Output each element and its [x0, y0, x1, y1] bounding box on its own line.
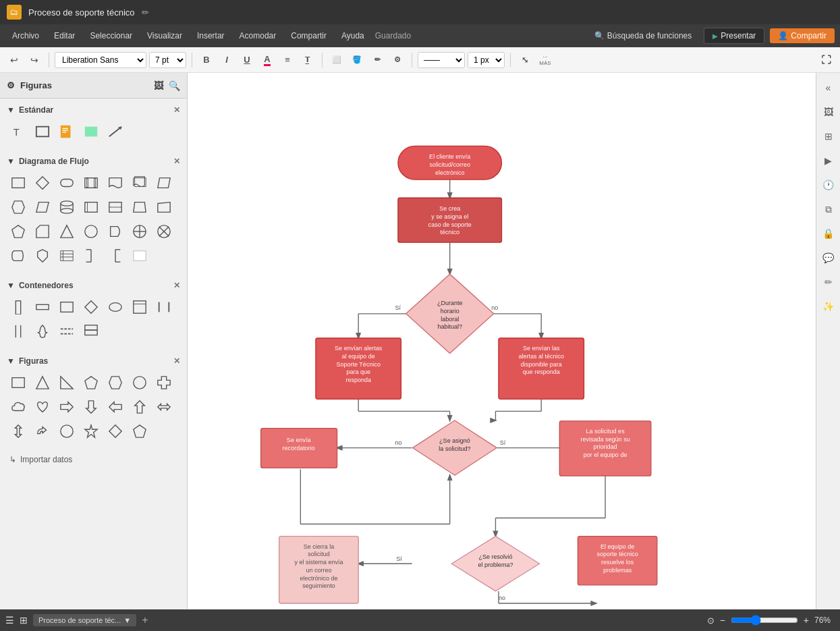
stroke-style-selector[interactable]: —— - - - · · · [418, 52, 465, 68]
rect-shape[interactable] [31, 120, 54, 143]
font-size-selector[interactable]: 7 pt 8 pt 10 pt 12 pt [149, 52, 186, 68]
zoom-slider[interactable] [731, 615, 798, 626]
font-color-button[interactable]: A [258, 51, 276, 69]
fd-rect-cut[interactable] [31, 220, 54, 243]
italic-button[interactable]: I [218, 51, 235, 69]
fill-color-button[interactable]: 🪣 [348, 51, 366, 69]
right-collapse-icon[interactable]: « [819, 78, 838, 97]
fig-hexagon[interactable] [104, 371, 127, 394]
ct-column[interactable] [7, 296, 30, 319]
ct-swimlane[interactable] [128, 296, 151, 319]
right-edit-icon[interactable]: ✏ [819, 273, 838, 292]
fd-manual[interactable] [152, 196, 175, 219]
edit-title-icon[interactable]: ✏ [142, 7, 149, 18]
flowdiagram-close-icon[interactable]: ✕ [173, 157, 180, 166]
fd-io[interactable] [152, 171, 175, 194]
fd-document[interactable] [104, 171, 127, 194]
fig-dbl-arrow-h[interactable] [152, 395, 175, 418]
canvas-area[interactable]: Sí no no Sí Sí no El cliente envía solic… [188, 73, 816, 609]
menu-ayuda[interactable]: Ayuda [335, 28, 371, 43]
format-button[interactable]: ⚙ [389, 51, 406, 69]
standard-section-header[interactable]: ▼ Estándar ✕ [0, 103, 187, 117]
fig-heart[interactable] [31, 395, 54, 418]
right-table-icon[interactable]: ⊞ [819, 127, 838, 146]
standard-close-icon[interactable]: ✕ [173, 105, 180, 115]
search-functions-button[interactable]: 🔍 Búsqueda de funciones [588, 28, 698, 43]
present-button[interactable]: ▶ Presentar [704, 28, 764, 44]
flowdiagram-section-header[interactable]: ▼ Diagrama de Flujo ✕ [0, 154, 187, 169]
fig-dbl-arrow-v[interactable] [7, 420, 30, 443]
menu-acomodar[interactable]: Acomodar [233, 28, 283, 43]
ct-rect[interactable] [55, 296, 78, 319]
view-list-icon[interactable]: ☰ [5, 615, 14, 626]
right-image-icon[interactable]: 🖼 [819, 103, 838, 121]
right-video-icon[interactable]: ▶ [819, 151, 838, 170]
fig-pentagon2[interactable] [128, 420, 151, 443]
menu-seleccionar[interactable]: Seleccionar [83, 28, 139, 43]
zoom-in-button[interactable]: + [804, 615, 809, 626]
fd-process2[interactable] [80, 171, 103, 194]
stroke-color-button[interactable]: ✏ [368, 51, 386, 69]
fd-internal[interactable] [80, 196, 103, 219]
text-shape[interactable]: T [7, 120, 30, 143]
fig-arrow-bend[interactable] [31, 420, 54, 443]
colored-rect-shape[interactable] [80, 120, 103, 143]
menu-archivo[interactable]: Archivo [5, 28, 46, 43]
more-button[interactable]: ··· MÁS [536, 51, 554, 69]
redo-button[interactable]: ↪ [26, 51, 43, 69]
fd-shield[interactable] [31, 244, 54, 267]
font-family-selector[interactable]: Liberation Sans Arial Times New Roman [55, 52, 146, 68]
fd-parallelogram[interactable] [31, 196, 54, 219]
fig-cross[interactable] [152, 371, 175, 394]
fig-triangle[interactable] [31, 371, 54, 394]
undo-button[interactable]: ↩ [5, 51, 23, 69]
fd-cross[interactable] [128, 220, 151, 243]
fd-circle[interactable] [80, 220, 103, 243]
fd-triangle[interactable] [55, 220, 78, 243]
ct-row[interactable] [31, 296, 54, 319]
text-format-button[interactable]: T̲ [299, 51, 316, 69]
fig-right-triangle[interactable] [55, 371, 78, 394]
fd-decision[interactable] [31, 171, 54, 194]
right-lock-icon[interactable]: 🔒 [819, 224, 838, 243]
figuras-section-header[interactable]: ▼ Figuras ✕ [0, 354, 187, 368]
containers-close-icon[interactable]: ✕ [173, 281, 180, 290]
fig-arrow-right[interactable] [55, 395, 78, 418]
zoom-out-button[interactable]: − [720, 615, 725, 626]
tab-dropdown-icon[interactable]: ▼ [123, 616, 131, 624]
import-data-button[interactable]: ↳ Importar datos [0, 449, 187, 470]
containers-section-header[interactable]: ▼ Contenedores ✕ [0, 278, 187, 293]
underline-button[interactable]: U [238, 51, 256, 69]
search-panel-icon[interactable]: 🔍 [169, 80, 180, 91]
fd-pentagon[interactable] [7, 220, 30, 243]
connection-button[interactable]: ⤡ [516, 51, 534, 69]
fd-delay[interactable] [104, 220, 127, 243]
fig-arrow-left[interactable] [104, 395, 127, 418]
fig-cloud[interactable] [7, 395, 30, 418]
menu-insertar[interactable]: Insertar [190, 28, 231, 43]
fd-trapezoid[interactable] [128, 196, 151, 219]
right-magic-icon[interactable]: ✨ [819, 297, 838, 316]
fig-circle2[interactable] [55, 420, 78, 443]
menu-visualizar[interactable]: Visualizar [140, 28, 189, 43]
ct-bracket2[interactable] [7, 320, 30, 343]
fd-multidoc[interactable] [128, 171, 151, 194]
fig-arrow-down[interactable] [80, 395, 103, 418]
fd-list[interactable] [55, 244, 78, 267]
ct-double-dash[interactable] [55, 320, 78, 343]
fit-page-icon[interactable]: ⊙ [707, 615, 715, 626]
fig-circle[interactable] [128, 371, 151, 394]
fd-display[interactable] [7, 244, 30, 267]
fd-hexagon[interactable] [7, 196, 30, 219]
fd-process[interactable] [7, 171, 30, 194]
right-layers-icon[interactable]: ⧉ [819, 200, 838, 219]
fd-annotate[interactable] [80, 244, 103, 267]
fig-arrow-up2[interactable] [128, 395, 151, 418]
document-title[interactable]: Proceso de soporte técnico [28, 7, 135, 18]
arrow-shape[interactable] [104, 120, 127, 143]
fullscreen-button[interactable]: ⛶ [817, 51, 835, 69]
shape-fill-button[interactable]: ⬜ [328, 51, 345, 69]
fig-rect[interactable] [7, 371, 30, 394]
align-button[interactable]: ≡ [279, 51, 296, 69]
menu-compartir[interactable]: Compartir [284, 28, 333, 43]
